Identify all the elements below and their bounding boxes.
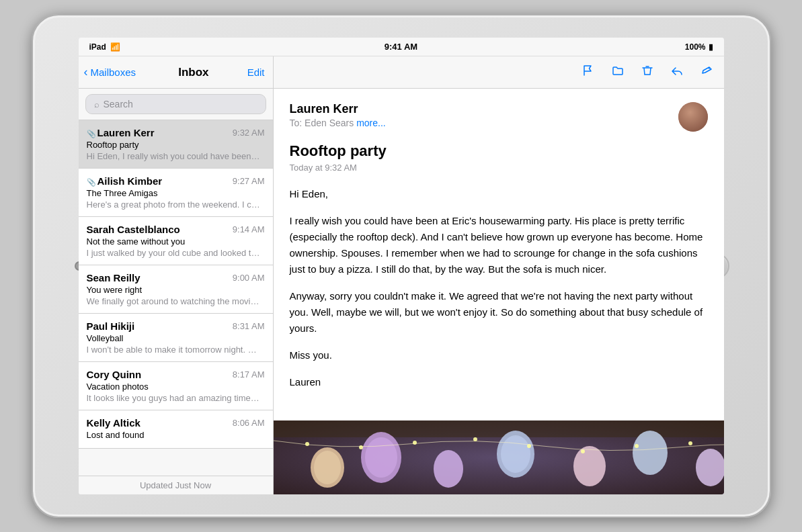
mail-subject: Lost and found — [87, 430, 265, 440]
attachment-icon: 📎 — [87, 178, 96, 186]
list-item[interactable]: 📎Lauren Kerr 9:32 AM Rooftop party Hi Ed… — [79, 120, 273, 169]
email-photo-attachment — [274, 420, 724, 494]
inbox-title: Inbox — [178, 66, 208, 79]
status-bar: iPad 📶 9:41 AM 100% ▮ — [79, 38, 724, 56]
status-right: 100% ▮ — [685, 42, 713, 52]
sender-name: Sean Reilly — [87, 272, 141, 283]
email-text-body: Hi Eden, I really wish you could have be… — [290, 186, 708, 390]
status-left: iPad 📶 — [89, 42, 120, 52]
svg-point-5 — [365, 437, 397, 478]
email-paragraph: Hi Eden, — [290, 186, 708, 202]
email-to-line: To: Eden Sears more... — [290, 118, 386, 128]
trash-button[interactable] — [641, 64, 654, 81]
sender-name: Cory Quinn — [87, 369, 142, 380]
svg-point-10 — [633, 431, 668, 475]
ipad-label: iPad — [89, 42, 106, 52]
svg-point-17 — [581, 449, 585, 453]
sender-name: Paul Hikiji — [87, 320, 135, 332]
mail-time: 8:31 AM — [233, 321, 265, 331]
email-paragraph: Miss you. — [290, 347, 708, 363]
toolbar-left: ‹ Mailboxes — [84, 65, 136, 79]
mailboxes-back-button[interactable]: Mailboxes — [91, 66, 136, 78]
email-meta-header: Lauren Kerr To: Eden Sears more... — [290, 102, 708, 132]
email-sender-info: Lauren Kerr To: Eden Sears more... — [290, 102, 386, 128]
search-icon: ⌕ — [94, 99, 99, 109]
detail-toolbar — [274, 56, 724, 89]
flag-button[interactable] — [582, 64, 595, 81]
svg-point-19 — [688, 441, 692, 445]
avatar — [678, 102, 708, 132]
compose-button[interactable] — [700, 64, 713, 81]
mail-subject: Vacation photos — [87, 382, 265, 392]
email-paragraph: Anyway, sorry you couldn't make it. We a… — [290, 288, 708, 337]
email-paragraph: Lauren — [290, 374, 708, 390]
mail-subject: Volleyball — [87, 333, 265, 343]
to-label: To: Eden Sears — [290, 118, 354, 128]
list-item[interactable]: Kelly Altick 8:06 AM Lost and found — [79, 410, 273, 449]
battery-label: 100% — [685, 42, 706, 52]
svg-point-11 — [696, 449, 724, 486]
app-content: ‹ Mailboxes Inbox Edit ⌕ Search — [79, 56, 724, 494]
ipad-screen: iPad 📶 9:41 AM 100% ▮ ‹ Mailboxes Inbox — [79, 38, 724, 494]
list-item[interactable]: Cory Quinn 8:17 AM Vacation photos It lo… — [79, 362, 273, 410]
mail-time: 9:32 AM — [233, 128, 265, 138]
search-bar: ⌕ Search — [79, 89, 273, 120]
svg-point-14 — [413, 441, 417, 445]
mail-preview: Hi Eden, I really wish you could have be… — [87, 151, 262, 161]
email-from: Lauren Kerr — [290, 102, 386, 116]
mail-preview: I won't be able to make it tomorrow nigh… — [87, 345, 262, 355]
mail-list: ‹ Mailboxes Inbox Edit ⌕ Search — [79, 56, 274, 494]
status-time: 9:41 AM — [385, 42, 417, 52]
reply-button[interactable] — [670, 64, 684, 81]
svg-point-9 — [573, 446, 606, 486]
more-recipients-link[interactable]: more... — [356, 118, 386, 128]
battery-icon: ▮ — [709, 42, 713, 52]
list-item[interactable]: 📎Ailish Kimber 9:27 AM The Three Amigas … — [79, 169, 273, 217]
email-date: Today at 9:32 AM — [290, 163, 708, 173]
email-subject: Rooftop party — [290, 142, 708, 160]
list-item[interactable]: Sean Reilly 9:00 AM You were right We fi… — [79, 265, 273, 314]
mail-subject: Rooftop party — [87, 140, 265, 150]
svg-point-12 — [305, 442, 309, 446]
sender-name: Kelly Altick — [87, 417, 141, 429]
folder-button[interactable] — [611, 64, 625, 81]
search-field[interactable]: ⌕ Search — [85, 94, 266, 114]
mail-preview: Here's a great photo from the weekend. I… — [87, 200, 262, 210]
mail-preview: We finally got around to watching the mo… — [87, 296, 262, 306]
sender-name: Sarah Castelblanco — [87, 224, 180, 235]
svg-point-3 — [314, 451, 341, 484]
list-item[interactable]: Paul Hikiji 8:31 AM Volleyball I won't b… — [79, 314, 273, 362]
sender-name: 📎Lauren Kerr — [87, 127, 155, 138]
svg-point-13 — [359, 445, 363, 449]
svg-point-6 — [434, 450, 463, 488]
mail-time: 9:00 AM — [233, 273, 265, 283]
avatar-image — [678, 102, 708, 132]
email-body: Lauren Kerr To: Eden Sears more... Rooft… — [274, 89, 724, 420]
update-status: Updated Just Now — [79, 476, 273, 494]
mail-subject: The Three Amigas — [87, 188, 265, 198]
email-paragraph: I really wish you could have been at Eri… — [290, 213, 708, 277]
svg-point-8 — [501, 435, 530, 473]
svg-point-18 — [635, 444, 639, 448]
mail-preview: It looks like you guys had an amazing ti… — [87, 393, 262, 403]
sender-name: 📎Ailish Kimber — [87, 175, 163, 187]
back-chevron-icon: ‹ — [84, 65, 88, 79]
mail-time: 9:27 AM — [233, 176, 265, 186]
svg-point-15 — [473, 437, 477, 441]
search-placeholder: Search — [104, 99, 133, 109]
mail-time: 8:17 AM — [233, 369, 265, 380]
mail-subject: Not the same without you — [87, 236, 265, 247]
list-item[interactable]: Sarah Castelblanco 9:14 AM Not the same … — [79, 217, 273, 265]
email-detail: Lauren Kerr To: Eden Sears more... Rooft… — [274, 56, 724, 494]
mail-preview: I just walked by your old cube and looke… — [87, 248, 262, 258]
mail-items-list: 📎Lauren Kerr 9:32 AM Rooftop party Hi Ed… — [79, 120, 273, 476]
svg-point-16 — [527, 444, 531, 448]
attachment-icon: 📎 — [87, 130, 96, 138]
edit-button[interactable]: Edit — [247, 66, 265, 78]
wifi-icon: 📶 — [110, 42, 120, 52]
mail-time: 8:06 AM — [233, 418, 265, 428]
mail-time: 9:14 AM — [233, 224, 265, 234]
ipad-shell: iPad 📶 9:41 AM 100% ▮ ‹ Mailboxes Inbox — [32, 14, 771, 518]
mail-subject: You were right — [87, 285, 265, 295]
list-toolbar: ‹ Mailboxes Inbox Edit — [79, 56, 273, 89]
